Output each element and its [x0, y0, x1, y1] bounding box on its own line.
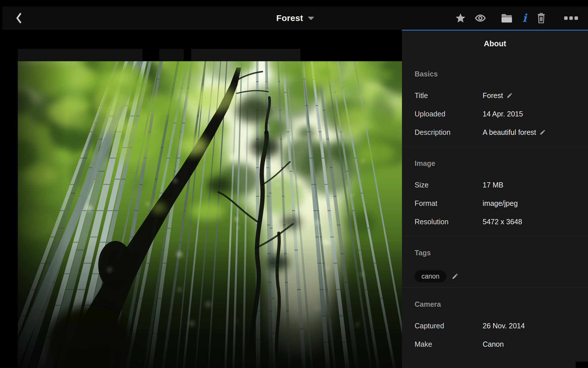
- row-captured: Captured 26 Nov. 2014: [415, 317, 577, 335]
- section-heading: Image: [415, 159, 577, 168]
- photo-title-menu[interactable]: Forest: [276, 7, 314, 30]
- folder-icon: [501, 14, 512, 23]
- edit-tags-icon[interactable]: [452, 273, 459, 280]
- row-value: Forest: [483, 91, 503, 100]
- row-title: Title Forest: [415, 86, 577, 105]
- row-value: 17 MB: [483, 181, 503, 189]
- row-label: Format: [415, 199, 483, 208]
- delete-button[interactable]: [537, 13, 546, 24]
- edit-title-icon[interactable]: [506, 92, 513, 99]
- back-button[interactable]: [11, 7, 26, 30]
- tag-canon[interactable]: canon: [415, 270, 446, 282]
- section-tags: Tags canon: [402, 248, 588, 282]
- toolbar-actions: i: [455, 7, 578, 30]
- chevron-left-icon: [16, 13, 22, 23]
- row-description: Description A beautiful forest: [415, 123, 577, 141]
- section-image: Image Size 17 MB Format image/jpeg Resol…: [402, 159, 588, 231]
- row-uploaded: Uploaded 14 Apr. 2015: [415, 105, 577, 123]
- row-value: image/jpeg: [483, 199, 518, 208]
- star-button[interactable]: [455, 13, 466, 24]
- row-label: Description: [415, 128, 483, 137]
- dimmed-thumbnail: [159, 49, 184, 61]
- row-value: A beautiful forest: [483, 128, 536, 137]
- trash-icon: [537, 13, 546, 24]
- row-make: Make Canon: [415, 335, 577, 353]
- visibility-button[interactable]: [475, 14, 486, 22]
- bamboo-forest-photo: [18, 61, 402, 368]
- svg-text:i: i: [523, 12, 528, 24]
- eye-icon: [475, 14, 486, 22]
- ellipsis-icon: [564, 16, 578, 20]
- section-heading: Basics: [415, 70, 577, 78]
- edit-description-icon[interactable]: [539, 129, 546, 135]
- section-heading: Camera: [415, 300, 577, 308]
- divider: [402, 147, 588, 147]
- dimmed-thumbnail: [18, 49, 142, 61]
- row-size: Size 17 MB: [415, 176, 577, 194]
- row-label: Resolution: [415, 218, 483, 226]
- row-value: 14 Apr. 2015: [483, 110, 523, 118]
- info-button[interactable]: i: [521, 12, 528, 24]
- section-heading: Tags: [415, 248, 577, 257]
- dimmed-thumbnail: [191, 49, 300, 61]
- row-label: Title: [415, 91, 483, 100]
- row-value: Canon: [483, 340, 504, 348]
- corner-notch: [576, 362, 588, 368]
- panel-title: About: [402, 39, 588, 48]
- row-label: Make: [415, 340, 483, 348]
- move-button[interactable]: [501, 14, 512, 23]
- divider: [402, 288, 588, 288]
- toolbar: Forest: [2, 7, 588, 30]
- about-panel: About Basics Title Forest Uploaded 14 Ap…: [402, 30, 588, 368]
- photo-view[interactable]: [18, 61, 402, 368]
- row-label: Size: [415, 181, 483, 189]
- row-label: Uploaded: [415, 110, 483, 118]
- more-button[interactable]: [564, 16, 578, 20]
- row-value: 5472 x 3648: [483, 218, 522, 226]
- row-format: Format image/jpeg: [415, 194, 577, 212]
- info-icon: i: [521, 12, 528, 24]
- star-icon: [455, 13, 466, 24]
- app-window: Forest: [0, 0, 588, 368]
- row-label: Captured: [415, 322, 483, 330]
- section-basics: Basics Title Forest Uploaded 14 Apr. 201…: [402, 70, 588, 141]
- page-title: Forest: [276, 13, 303, 23]
- row-value: 26 Nov. 2014: [483, 322, 525, 330]
- section-camera: Camera Captured 26 Nov. 2014 Make Canon: [402, 300, 588, 353]
- divider: [402, 236, 588, 236]
- chevron-down-icon: [308, 16, 314, 20]
- row-resolution: Resolution 5472 x 3648: [415, 212, 577, 231]
